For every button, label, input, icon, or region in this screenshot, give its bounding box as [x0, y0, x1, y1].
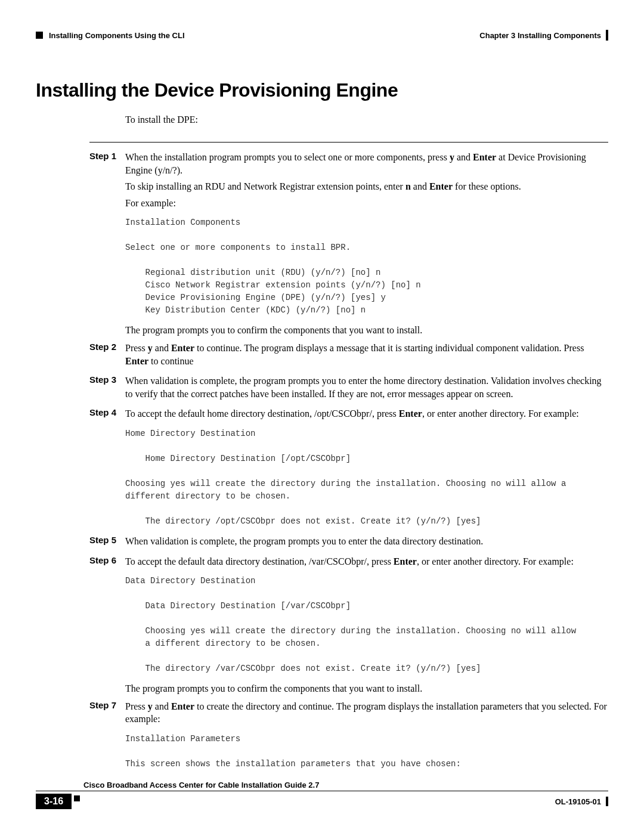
- header-bar-icon: [606, 30, 608, 41]
- document-page: Installing Components Using the CLI Chap…: [0, 0, 644, 833]
- step-7: Step 7 Press y and Enter to create the d…: [89, 700, 608, 729]
- step-body: Press y and Enter to continue. The progr…: [125, 342, 608, 371]
- step-label: Step 2: [89, 342, 125, 371]
- step-1: Step 1 When the installation program pro…: [89, 151, 608, 213]
- footer-guide-title: Cisco Broadband Access Center for Cable …: [83, 781, 608, 789]
- step-4: Step 4 To accept the default home direct…: [89, 407, 608, 424]
- header-square-icon: [36, 32, 43, 39]
- step-body: When validation is complete, the program…: [125, 374, 608, 404]
- section-heading: Installing the Device Provisioning Engin…: [36, 79, 608, 101]
- page-number: 3-16: [36, 794, 72, 809]
- step-5: Step 5 When validation is complete, the …: [89, 535, 608, 552]
- step-body: To accept the default data directory des…: [125, 555, 608, 572]
- page-header: Installing Components Using the CLI Chap…: [36, 30, 608, 41]
- step-body: Press y and Enter to create the director…: [125, 700, 608, 729]
- code-block-4: Home Directory Destination Home Director…: [125, 428, 608, 528]
- code-block-1: Installation Components Select one or mo…: [125, 216, 608, 317]
- step-label: Step 7: [89, 700, 125, 729]
- section-rule: [89, 142, 608, 143]
- page-footer: Cisco Broadband Access Center for Cable …: [36, 781, 608, 809]
- step-label: Step 6: [89, 555, 125, 572]
- step-label: Step 1: [89, 151, 125, 213]
- footer-bar-icon: [606, 797, 608, 806]
- footer-line: 3-16 OL-19105-01: [36, 794, 608, 809]
- step-6-after: The program prompts you to confirm the c…: [125, 682, 608, 695]
- footer-rule: [36, 791, 608, 791]
- header-right: Chapter 3 Installing Components: [479, 30, 608, 41]
- step-2: Step 2 Press y and Enter to continue. Th…: [89, 342, 608, 371]
- step-3: Step 3 When validation is complete, the …: [89, 374, 608, 404]
- footer-square-icon: [74, 795, 80, 801]
- header-section-title: Installing Components Using the CLI: [49, 31, 185, 40]
- step-body: When validation is complete, the program…: [125, 535, 608, 552]
- step-label: Step 3: [89, 374, 125, 404]
- step-body: To accept the default home directory des…: [125, 407, 608, 424]
- step-label: Step 5: [89, 535, 125, 552]
- header-chapter-title: Chapter 3 Installing Components: [479, 31, 601, 40]
- step-6: Step 6 To accept the default data direct…: [89, 555, 608, 572]
- footer-docnum: OL-19105-01: [555, 797, 601, 806]
- step-1-after: The program prompts you to confirm the c…: [125, 324, 608, 337]
- code-block-6: Data Directory Destination Data Director…: [125, 575, 608, 675]
- footer-docnum-group: OL-19105-01: [555, 797, 608, 806]
- header-left: Installing Components Using the CLI: [36, 31, 185, 40]
- step-label: Step 4: [89, 407, 125, 424]
- code-block-7: Installation Parameters This screen show…: [125, 733, 608, 770]
- intro-text: To install the DPE:: [125, 114, 608, 125]
- step-body: When the installation program prompts yo…: [125, 151, 608, 213]
